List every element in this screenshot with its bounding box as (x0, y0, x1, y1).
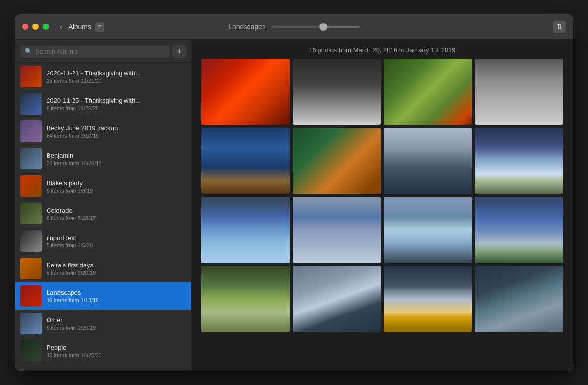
traffic-lights (22, 24, 49, 30)
photo-cell[interactable] (201, 59, 290, 125)
photo-area[interactable]: 16 photos from March 20, 2016 to January… (192, 40, 573, 371)
photo-header: 16 photos from March 20, 2016 to January… (192, 40, 573, 59)
album-info: Keira's first days 5 items from 6/20/19 (47, 262, 186, 276)
photo-cell[interactable] (201, 197, 290, 263)
album-item[interactable]: Benjamin 30 items from 10/26/18 (15, 145, 191, 172)
album-meta: 26 items from 11/21/20 (47, 78, 186, 84)
photo-thumbnail (293, 197, 381, 263)
album-item[interactable]: Other 9 items from 1/26/19 (15, 310, 191, 337)
album-info: People 13 items from 10/25/20 (47, 344, 186, 358)
nav-albums-label: Albums (68, 23, 91, 31)
album-thumbnail (20, 66, 42, 87)
sort-icon: ⇅ (557, 23, 562, 30)
album-thumbnail (20, 203, 42, 224)
album-name: Becky June 2019 backup (47, 124, 186, 132)
album-item[interactable]: 2020-11-25 - Thanksgiving with... 8 item… (15, 90, 191, 118)
search-bar: 🔍 + (15, 40, 191, 63)
album-meta: 30 items from 10/26/18 (47, 160, 186, 166)
album-thumbnail (20, 340, 42, 361)
album-name: 2020-11-25 - Thanksgiving with... (47, 97, 186, 104)
list-icon: ≡ (98, 24, 101, 30)
photo-cell[interactable] (384, 59, 472, 125)
photo-thumbnail (384, 128, 472, 194)
album-meta: 9 items from 9/8/19 (47, 188, 186, 193)
list-view-button[interactable]: ≡ (95, 22, 104, 32)
album-info: 2020-11-25 - Thanksgiving with... 8 item… (47, 97, 186, 111)
close-button[interactable] (22, 24, 28, 30)
maximize-button[interactable] (43, 24, 49, 30)
zoom-slider[interactable] (271, 26, 360, 28)
album-item[interactable]: Becky June 2019 backup 84 items from 3/1… (15, 118, 191, 145)
minimize-button[interactable] (32, 24, 39, 30)
album-thumbnail (20, 313, 42, 334)
album-meta: 5 items from 9/5/20 (47, 242, 186, 248)
album-item[interactable]: People 13 items from 10/25/20 (15, 337, 191, 364)
photo-cell[interactable] (475, 59, 563, 125)
album-item[interactable]: Landscapes 16 items from 1/13/19 (15, 282, 191, 310)
photo-cell[interactable] (384, 266, 472, 332)
album-name: Benjamin (47, 152, 186, 159)
photo-thumbnail (475, 197, 563, 263)
album-info: import test 5 items from 9/5/20 (47, 234, 186, 248)
photo-thumbnail (384, 266, 472, 332)
album-meta: 16 items from 1/13/19 (47, 297, 186, 303)
album-info: Becky June 2019 backup 84 items from 3/1… (47, 124, 186, 139)
photo-cell[interactable] (475, 197, 563, 263)
photo-cell[interactable] (384, 128, 472, 194)
album-thumbnail (20, 120, 42, 142)
photo-cell[interactable] (475, 128, 563, 194)
album-name: import test (47, 234, 186, 241)
photo-cell[interactable] (201, 266, 290, 332)
album-info: Landscapes 16 items from 1/13/19 (47, 289, 186, 303)
photo-cell[interactable] (384, 197, 472, 263)
album-meta: 84 items from 3/10/19 (47, 133, 186, 139)
album-name: Blake's party (47, 179, 186, 187)
photo-cell[interactable] (293, 197, 381, 263)
titlebar-center: Landscapes (228, 23, 360, 31)
album-thumbnail (20, 175, 42, 197)
photo-thumbnail (475, 59, 563, 125)
photo-cell[interactable] (201, 128, 290, 194)
album-meta: 13 items from 10/25/20 (47, 352, 186, 358)
album-name: 2020-11-21 - Thanksgiving with... (47, 70, 186, 77)
photo-cell[interactable] (293, 59, 381, 125)
album-item[interactable]: import test 5 items from 9/5/20 (15, 227, 191, 255)
photo-thumbnail (384, 197, 472, 263)
photo-cell[interactable] (475, 266, 563, 332)
album-info: Other 9 items from 1/26/19 (47, 316, 186, 331)
album-meta: 5 items from 6/20/19 (47, 270, 186, 276)
album-item[interactable]: Blake's party 9 items from 9/8/19 (15, 172, 191, 200)
search-input-wrap: 🔍 (20, 46, 170, 58)
album-meta: 9 items from 1/26/19 (47, 325, 186, 331)
album-name: People (47, 344, 186, 351)
photo-cell[interactable] (293, 128, 381, 194)
titlebar-title: Landscapes (228, 23, 266, 31)
sidebar: 🔍 + 2020-11-21 - Thanksgiving with... 26… (15, 40, 192, 371)
search-input[interactable] (35, 48, 165, 55)
photo-thumbnail (475, 128, 563, 194)
photo-thumbnail (201, 128, 290, 194)
photo-thumbnail (384, 59, 472, 125)
photo-thumbnail (293, 59, 381, 125)
back-button[interactable]: ‹ (57, 22, 65, 32)
nav-buttons: ‹ Albums ≡ (57, 22, 104, 32)
album-thumbnail (20, 148, 42, 169)
photo-thumbnail (201, 266, 290, 332)
main-content: 🔍 + 2020-11-21 - Thanksgiving with... 26… (15, 40, 573, 371)
photo-thumbnail (201, 59, 290, 125)
photo-grid (192, 59, 573, 342)
album-item[interactable]: Keira's first days 5 items from 6/20/19 (15, 255, 191, 282)
search-icon: 🔍 (25, 48, 32, 55)
album-name: Keira's first days (47, 262, 186, 269)
album-item[interactable]: 2020-11-21 - Thanksgiving with... 26 ite… (15, 63, 191, 90)
photo-thumbnail (293, 266, 381, 332)
photo-cell[interactable] (293, 266, 381, 332)
album-info: 2020-11-21 - Thanksgiving with... 26 ite… (47, 70, 186, 84)
album-info: Benjamin 30 items from 10/26/18 (47, 152, 186, 166)
sort-button[interactable]: ⇅ (553, 21, 566, 33)
add-album-button[interactable]: + (172, 45, 186, 58)
album-info: Blake's party 9 items from 9/8/19 (47, 179, 186, 193)
album-item[interactable]: Colorado 6 items from 7/28/17 (15, 200, 191, 227)
album-thumbnail (20, 93, 42, 115)
album-meta: 6 items from 7/28/17 (47, 215, 186, 221)
